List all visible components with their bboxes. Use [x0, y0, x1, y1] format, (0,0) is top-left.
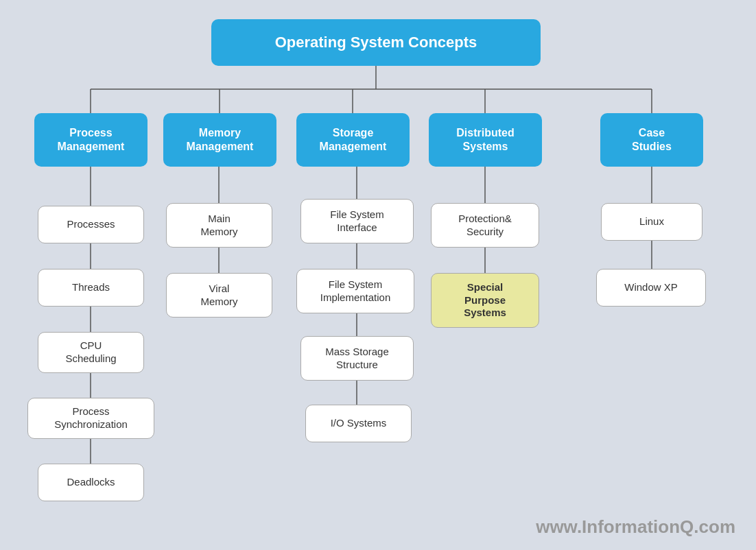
window-xp-node: Window XP: [596, 269, 706, 307]
watermark: www.InformationQ.com: [536, 516, 735, 538]
main-memory-node: Main Memory: [166, 203, 272, 248]
process-management-node: Process Management: [34, 113, 147, 167]
root-node: Operating System Concepts: [211, 19, 541, 66]
case-studies-node: Case Studies: [600, 113, 703, 167]
protection-security-node: Protection& Security: [431, 203, 539, 248]
linux-node: Linux: [601, 203, 702, 241]
io-systems-node: I/O Systems: [305, 405, 412, 442]
deadlocks-node: Deadlocks: [38, 464, 144, 501]
fs-implementation-node: File System Implementation: [296, 269, 414, 313]
distributed-systems-node: Distributed Systems: [429, 113, 542, 167]
memory-management-node: Memory Management: [163, 113, 276, 167]
processes-node: Processes: [38, 206, 144, 243]
special-purpose-systems-node: Special Purpose Systems: [431, 273, 539, 328]
fs-interface-node: File System Interface: [300, 199, 414, 243]
viral-memory-node: Viral Memory: [166, 273, 272, 318]
process-synchronization-node: Process Synchronization: [27, 398, 154, 439]
threads-node: Threads: [38, 269, 144, 307]
diagram-container: Operating System Concepts Process Manage…: [0, 0, 756, 550]
storage-management-node: Storage Management: [296, 113, 410, 167]
cpu-scheduling-node: CPU Scheduling: [38, 332, 144, 373]
mass-storage-node: Mass Storage Structure: [300, 336, 414, 381]
